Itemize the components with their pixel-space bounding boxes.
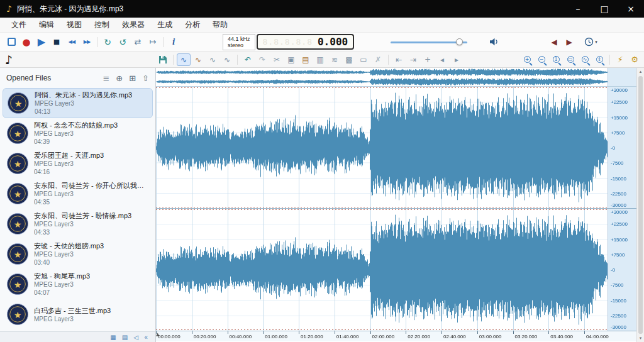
close-button[interactable]: ×	[618, 0, 644, 18]
stop-button[interactable]: ■	[49, 35, 64, 50]
device-properties-button[interactable]: ⚡	[613, 53, 627, 66]
volume-knob[interactable]	[456, 38, 463, 45]
add-marker-button[interactable]: +	[421, 53, 435, 66]
trim-button[interactable]: ▭	[357, 53, 370, 66]
paste-new-button[interactable]: ▥	[313, 53, 327, 66]
window-controls: – □ ×	[565, 0, 644, 18]
previous-cue-button[interactable]: ◂	[435, 53, 449, 66]
zoom-selection-button[interactable]: ▭	[564, 53, 577, 66]
amplitude-tick: +7500	[611, 252, 625, 258]
shuttle-button[interactable]: ⇄	[130, 35, 145, 50]
menu-item-8[interactable]: 帮助	[206, 19, 234, 30]
file-meta: 安琥 - 天使的翅膀.mp3MPEG Layer303:40	[34, 241, 104, 267]
mute-speaker-icon[interactable]: ◁	[133, 334, 138, 341]
redo-button[interactable]: ↷	[255, 53, 269, 66]
overview-strip[interactable]	[156, 68, 636, 87]
info-button[interactable]: i	[166, 35, 181, 50]
menu-item-2[interactable]: 编辑	[33, 19, 60, 30]
menu-item-4[interactable]: 控制	[88, 19, 116, 30]
speaker-icon[interactable]	[486, 35, 501, 50]
menu-item-3[interactable]: 视图	[60, 19, 88, 30]
menu-item-1[interactable]: 文件	[5, 19, 33, 30]
paste-button[interactable]: ▤	[299, 53, 313, 66]
mix-button[interactable]: ≋	[328, 53, 341, 66]
zoom-in-button[interactable]: +	[520, 53, 534, 66]
main-content: Opened Files ≡ ⊕ ⊞ ⇧ ★阿悄、朱元冰 - 因为遇见你.mp3…	[0, 68, 644, 342]
scroll-down-icon[interactable]: ▾	[640, 336, 642, 341]
amplitude-tick: +15000	[611, 115, 628, 121]
save-button[interactable]	[156, 53, 170, 66]
timeline-tick-mark	[156, 331, 157, 334]
list-item[interactable]: ★阿权 - 念念不忘的姑娘.mp3MPEG Layer304:39	[3, 118, 153, 148]
zoom-vertical-button[interactable]: ⇕	[592, 53, 606, 66]
loop-play-button[interactable]: ↻	[100, 35, 115, 50]
sidebar-title: Opened Files	[6, 74, 51, 82]
scrollbar-thumb[interactable]	[638, 76, 643, 334]
seek-back-button[interactable]: ◀	[547, 35, 562, 50]
set-selection-start-button[interactable]: ⇤	[392, 53, 406, 66]
timeline-tick: 02:00.000	[372, 334, 395, 339]
view-previous-button[interactable]: ∿	[206, 53, 219, 66]
seek-forward-button[interactable]: ▶	[562, 35, 577, 50]
fast-forward-button[interactable]: ▶▶	[79, 35, 94, 50]
zoom-all-button[interactable]: ∿	[578, 53, 592, 66]
play-to-end-button[interactable]: ↦	[145, 35, 160, 50]
scroll-up-icon[interactable]: ▴	[640, 69, 642, 74]
timeline-tick: 00:40.000	[230, 334, 252, 339]
playback-history-button[interactable]: ▾	[584, 37, 597, 47]
replace-button[interactable]: ▩	[342, 53, 356, 66]
overview-waveform[interactable]	[156, 68, 608, 86]
delete-button[interactable]: ✗	[371, 53, 385, 66]
amplitude-tick: +7500	[611, 130, 625, 136]
play-button[interactable]: ▶	[34, 35, 49, 50]
device-controls-button[interactable]	[4, 35, 19, 50]
waveform-scrollbar[interactable]: ▴ ▾	[636, 68, 644, 342]
copy-button[interactable]: ▣	[284, 53, 298, 66]
list-item[interactable]: ★安东阳、司徒兰芳 - 盼情缘.mp3MPEG Layer304:33	[3, 209, 153, 239]
view-selection-button[interactable]: ∿	[191, 53, 205, 66]
timeline-tick: 01:20.000	[301, 334, 323, 339]
view-all-button[interactable]: ∿	[177, 53, 191, 66]
list-item[interactable]: ★安琥 - 天使的翅膀.mp3MPEG Layer303:40	[3, 239, 153, 269]
export-icon[interactable]: ⇧	[142, 74, 149, 83]
list-item[interactable]: ★爱乐团王超 - 天涯.mp3MPEG Layer304:16	[3, 148, 153, 179]
file-duration: 04:13	[35, 108, 132, 116]
duplicate-icon[interactable]: ⊞	[129, 74, 136, 83]
file-duration: 04:33	[34, 228, 131, 236]
cut-button[interactable]: ✂	[270, 53, 284, 66]
list-item[interactable]: ★阿悄、朱元冰 - 因为遇见你.mp3MPEG Layer304:13	[3, 88, 153, 118]
record-button[interactable]: ●	[19, 35, 34, 50]
rewind-button[interactable]: ◀◀	[64, 35, 79, 50]
zoom-out-button[interactable]: −	[535, 53, 548, 66]
file-duration: 03:40	[34, 258, 104, 267]
list-item[interactable]: ★安旭 - 狗尾草.mp3MPEG Layer304:07	[3, 269, 153, 299]
next-cue-button[interactable]: ▸	[450, 53, 464, 66]
lcd-unlit-segments: 8.8.8.8.8	[263, 37, 313, 47]
amplitude-tick: +15000	[611, 237, 628, 243]
list-item[interactable]: ★白玛多吉 - 三生三世.mp3MPEG Layer3	[3, 299, 153, 329]
loop-selection-button[interactable]: ↺	[115, 35, 130, 50]
minimize-button[interactable]: –	[565, 0, 591, 18]
menu-item-7[interactable]: 分析	[179, 19, 206, 30]
timeline-ruler[interactable]: ▲ 00:00.00000:20.00000:40.00001:00.00001…	[156, 331, 636, 341]
right-channel-waveform[interactable]	[156, 209, 608, 331]
settings-gear-button[interactable]: ⚙	[628, 53, 641, 66]
left-channel-waveform[interactable]	[156, 87, 608, 208]
maximize-button[interactable]: □	[591, 0, 618, 18]
album-star-icon: ★	[6, 212, 29, 235]
menu-item-5[interactable]: 效果器	[116, 19, 151, 30]
volume-slider[interactable]	[391, 36, 467, 48]
album-star-icon: ★	[7, 92, 30, 114]
view-cue-points-button[interactable]: ∿	[220, 53, 234, 66]
add-file-icon[interactable]: ⊕	[116, 74, 123, 83]
list-item[interactable]: ★安东阳、司徒兰芳 - 你开心所以我快...MPEG Layer304:35	[3, 179, 153, 209]
list-view-icon[interactable]: ▤	[122, 334, 128, 341]
collapse-sidebar-icon[interactable]: «	[144, 334, 148, 341]
undo-button[interactable]: ↶	[241, 53, 255, 66]
grid-view-icon[interactable]: ▦	[110, 334, 116, 341]
filter-icon[interactable]: ≡	[103, 74, 109, 83]
set-selection-end-button[interactable]: ⇥	[406, 53, 420, 66]
timeline-tick: 02:20.000	[408, 334, 430, 339]
zoom-100-button[interactable]: 1	[549, 53, 563, 66]
menu-item-6[interactable]: 生成	[151, 19, 179, 30]
